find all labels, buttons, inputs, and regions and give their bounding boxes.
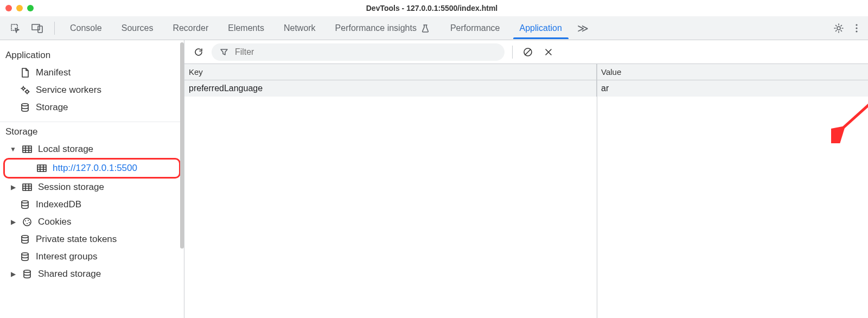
more-tabs-chevron-icon[interactable]: ≫ <box>572 18 594 38</box>
device-toolbar-icon[interactable] <box>26 20 49 36</box>
tab-label: Performance <box>450 23 500 33</box>
sidebar-item-label: Interest groups <box>36 251 178 262</box>
sidebar-item-service-workers[interactable]: Service workers <box>0 81 184 99</box>
database-icon <box>20 251 30 262</box>
storage-table: Key Value preferredLanguage ar <box>184 64 868 318</box>
delete-selected-icon[interactable] <box>541 44 556 60</box>
database-icon <box>20 199 30 210</box>
cell-value: ar <box>597 80 868 97</box>
cookie-icon <box>22 217 33 227</box>
sidebar-item-interest-groups[interactable]: Interest groups <box>0 248 184 265</box>
tab-label: Sources <box>122 23 154 33</box>
tab-elements[interactable]: Elements <box>218 18 274 39</box>
column-header-key[interactable]: Key <box>184 64 597 80</box>
cell-key: preferredLanguage <box>184 80 597 97</box>
svg-point-18 <box>29 222 30 223</box>
column-divider[interactable] <box>597 64 597 318</box>
tab-label: Elements <box>228 23 264 33</box>
sidebar-item-indexeddb[interactable]: IndexedDB <box>0 196 184 213</box>
svg-point-9 <box>22 104 28 106</box>
sidebar-item-label: Service workers <box>36 85 178 96</box>
traffic-lights <box>5 5 34 11</box>
svg-rect-0 <box>11 24 17 30</box>
svg-rect-2 <box>38 26 42 33</box>
sidebar-item-shared-storage[interactable]: ▶ Shared storage <box>0 265 184 283</box>
filter-field[interactable] <box>212 43 505 61</box>
sidebar-item-private-state-tokens[interactable]: Private state tokens <box>0 231 184 248</box>
column-header-value[interactable]: Value <box>597 64 868 80</box>
database-icon <box>22 269 33 279</box>
svg-point-20 <box>22 253 28 255</box>
minimize-window-dot[interactable] <box>16 5 23 11</box>
svg-rect-12 <box>23 184 31 190</box>
close-window-dot[interactable] <box>5 5 12 11</box>
table-icon <box>22 144 33 155</box>
tab-label: Recorder <box>173 23 208 33</box>
main-area: Application Manifest Service workers Sto… <box>0 40 868 318</box>
svg-line-23 <box>839 92 868 131</box>
kebab-menu-icon[interactable] <box>850 20 864 37</box>
sidebar-item-storage[interactable]: Storage <box>0 99 184 116</box>
table-header: Key Value <box>184 64 868 80</box>
file-icon <box>20 67 30 78</box>
database-icon <box>20 234 30 245</box>
window-titlebar: DevTools - 127.0.0.1:5500/index.html <box>0 0 868 16</box>
tab-sources[interactable]: Sources <box>112 18 163 39</box>
svg-point-21 <box>24 270 30 272</box>
annotation-arrow <box>831 89 868 143</box>
settings-gear-icon[interactable] <box>828 20 850 37</box>
svg-rect-11 <box>37 165 46 171</box>
svg-point-7 <box>22 87 24 90</box>
database-icon <box>20 102 30 113</box>
sidebar-item-local-storage[interactable]: ▼ Local storage <box>0 141 184 158</box>
svg-point-4 <box>856 24 857 26</box>
tab-performance-insights[interactable]: Performance insights <box>326 17 441 39</box>
separator <box>54 22 55 35</box>
svg-point-14 <box>23 218 31 226</box>
sidebar-item-manifest[interactable]: Manifest <box>0 64 184 81</box>
refresh-icon[interactable] <box>191 44 206 60</box>
tab-performance[interactable]: Performance <box>441 18 510 39</box>
devtools-tabs: Console Sources Recorder Elements Networ… <box>0 16 868 40</box>
chevron-right-icon: ▶ <box>10 218 16 226</box>
chevron-right-icon: ▶ <box>10 183 16 191</box>
annotation-highlight: http://127.0.0.1:5500 <box>3 158 181 179</box>
svg-point-13 <box>22 201 28 203</box>
svg-point-6 <box>856 30 857 32</box>
inspect-element-icon[interactable] <box>4 20 26 37</box>
sidebar-item-label: IndexedDB <box>36 199 178 210</box>
svg-point-3 <box>837 27 840 30</box>
storage-pane: Key Value preferredLanguage ar <box>184 40 868 318</box>
sidebar-item-label: Storage <box>36 102 178 113</box>
svg-point-15 <box>25 220 26 221</box>
sidebar-item-label: http://127.0.0.1:5500 <box>53 163 174 174</box>
sidebar-item-local-storage-origin[interactable]: http://127.0.0.1:5500 <box>5 160 179 177</box>
filter-input[interactable] <box>235 47 497 57</box>
sidebar-item-cookies[interactable]: ▶ Cookies <box>0 213 184 231</box>
filter-icon <box>219 47 229 58</box>
table-icon <box>36 163 47 174</box>
tab-network[interactable]: Network <box>274 18 326 39</box>
section-title-storage: Storage <box>0 123 184 141</box>
zoom-window-dot[interactable] <box>27 5 34 11</box>
tab-console[interactable]: Console <box>60 18 112 39</box>
tab-recorder[interactable]: Recorder <box>163 18 218 39</box>
tab-application[interactable]: Application <box>510 18 572 39</box>
section-application: Application Manifest Service workers Sto… <box>0 46 184 122</box>
clear-all-icon[interactable] <box>520 44 535 60</box>
application-sidebar: Application Manifest Service workers Sto… <box>0 40 184 318</box>
gears-icon <box>20 85 30 96</box>
sidebar-item-label: Local storage <box>38 144 178 155</box>
sidebar-item-session-storage[interactable]: ▶ Session storage <box>0 179 184 196</box>
svg-point-5 <box>856 27 857 29</box>
sidebar-item-label: Private state tokens <box>36 234 178 245</box>
svg-rect-1 <box>32 24 40 30</box>
section-storage: Storage ▼ Local storage http://127.0.0.1… <box>0 122 184 288</box>
svg-rect-10 <box>23 146 31 152</box>
sidebar-item-label: Session storage <box>38 182 178 193</box>
flask-icon <box>420 23 431 34</box>
svg-point-19 <box>22 236 28 238</box>
tab-label: Network <box>284 23 316 33</box>
table-row[interactable]: preferredLanguage ar <box>184 80 868 97</box>
tab-label: Console <box>70 23 102 33</box>
